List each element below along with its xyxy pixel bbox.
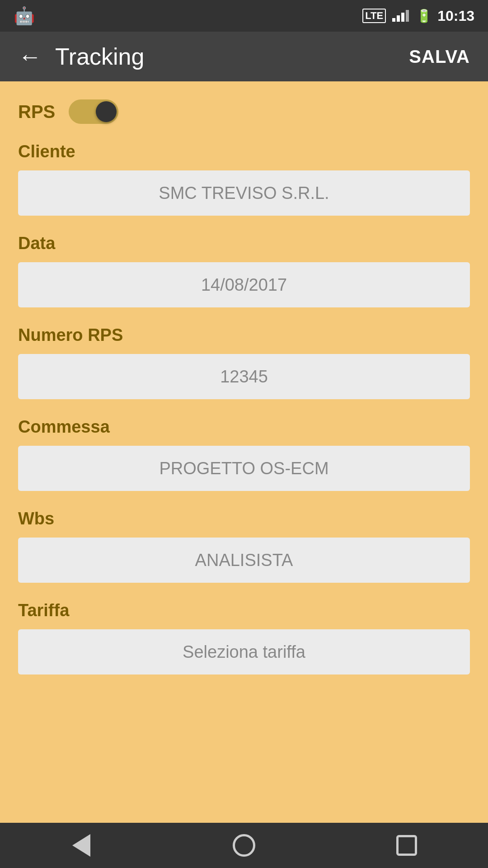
commessa-value: PROGETTO OS-ECM	[159, 459, 328, 478]
save-button[interactable]: SALVA	[409, 47, 470, 67]
data-label: Data	[18, 234, 470, 253]
data-input[interactable]: 14/08/2017	[18, 262, 470, 307]
app-bar-left: ← Tracking	[18, 43, 144, 70]
page-title: Tracking	[55, 43, 144, 70]
status-time: 10:13	[437, 8, 474, 24]
back-button[interactable]: ←	[18, 43, 42, 70]
status-bar-right: LTE 🔋 10:13	[362, 8, 474, 24]
tariffa-section: Tariffa Seleziona tariffa	[18, 601, 470, 675]
wbs-value: ANALISISTA	[195, 551, 293, 570]
home-circle-icon	[233, 834, 255, 857]
signal-icon	[392, 10, 409, 22]
data-value: 14/08/2017	[201, 275, 287, 295]
status-bar-left: 🤖	[14, 6, 35, 26]
wbs-label: Wbs	[18, 509, 470, 528]
numero-rps-input[interactable]: 12345	[18, 354, 470, 399]
tariffa-placeholder: Seleziona tariffa	[183, 642, 305, 662]
numero-rps-value: 12345	[220, 367, 268, 387]
cliente-value: SMC TREVISO S.R.L.	[159, 184, 329, 203]
commessa-label: Commessa	[18, 417, 470, 437]
tariffa-label: Tariffa	[18, 601, 470, 620]
commessa-section: Commessa PROGETTO OS-ECM	[18, 417, 470, 491]
nav-home-button[interactable]	[226, 827, 262, 863]
data-section: Data 14/08/2017	[18, 234, 470, 307]
recent-square-icon	[396, 835, 417, 856]
cliente-input[interactable]: SMC TREVISO S.R.L.	[18, 170, 470, 216]
commessa-input[interactable]: PROGETTO OS-ECM	[18, 446, 470, 491]
nav-recent-button[interactable]	[389, 827, 425, 863]
toggle-thumb	[96, 101, 117, 122]
nav-back-button[interactable]	[63, 827, 99, 863]
wbs-section: Wbs ANALISISTA	[18, 509, 470, 583]
robot-icon: 🤖	[14, 6, 35, 26]
cliente-section: Cliente SMC TREVISO S.R.L.	[18, 142, 470, 216]
rps-toggle[interactable]	[69, 99, 118, 124]
status-bar: 🤖 LTE 🔋 10:13	[0, 0, 488, 32]
rps-label: RPS	[18, 102, 55, 122]
tariffa-input[interactable]: Seleziona tariffa	[18, 629, 470, 675]
main-content: RPS Cliente SMC TREVISO S.R.L. Data 14/0…	[0, 81, 488, 823]
numero-rps-label: Numero RPS	[18, 326, 470, 345]
battery-icon: 🔋	[416, 9, 432, 24]
wbs-input[interactable]: ANALISISTA	[18, 538, 470, 583]
nav-bar	[0, 823, 488, 868]
cliente-label: Cliente	[18, 142, 470, 161]
back-triangle-icon	[72, 834, 90, 857]
numero-rps-section: Numero RPS 12345	[18, 326, 470, 399]
rps-row: RPS	[18, 99, 470, 124]
lte-icon: LTE	[362, 9, 386, 23]
app-bar: ← Tracking SALVA	[0, 32, 488, 81]
